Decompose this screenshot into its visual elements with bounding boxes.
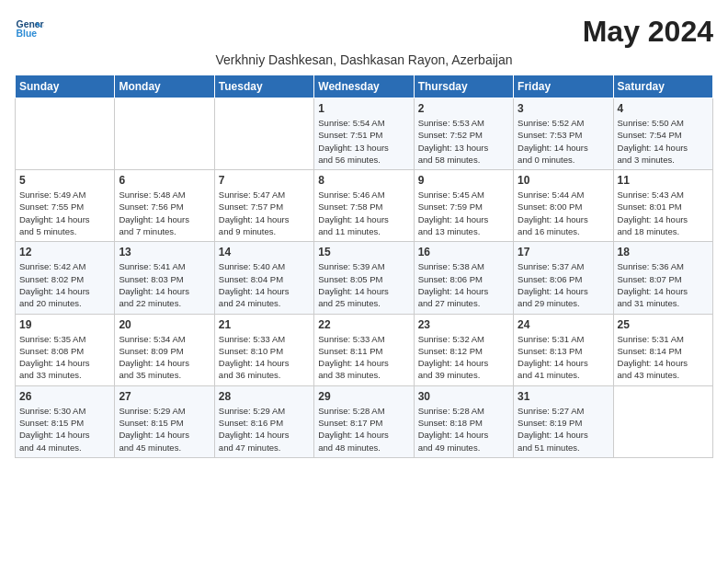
day-number: 7: [219, 174, 310, 187]
day-number: 12: [19, 246, 110, 259]
day-info: Sunrise: 5:28 AMSunset: 8:17 PMDaylight:…: [318, 405, 409, 454]
daylight-text: and 43 minutes.: [618, 370, 680, 380]
sunrise-text: Sunrise: 5:34 AM: [119, 334, 185, 344]
daylight-text: Daylight: 14 hours: [418, 214, 489, 224]
daylight-text: and 45 minutes.: [119, 442, 181, 453]
day-number: 19: [19, 318, 110, 331]
sunrise-text: Sunrise: 5:53 AM: [418, 118, 484, 128]
daylight-text: Daylight: 14 hours: [518, 143, 588, 153]
daylight-text: and 39 minutes.: [418, 370, 481, 380]
sunrise-text: Sunrise: 5:32 AM: [418, 334, 484, 344]
sunrise-text: Sunrise: 5:31 AM: [618, 334, 684, 344]
day-cell: 14Sunrise: 5:40 AMSunset: 8:04 PMDayligh…: [214, 242, 313, 314]
daylight-text: and 20 minutes.: [19, 298, 82, 308]
daylight-text: Daylight: 14 hours: [119, 214, 189, 224]
week-row-1: 1Sunrise: 5:54 AMSunset: 7:51 PMDaylight…: [16, 98, 713, 170]
day-info: Sunrise: 5:47 AMSunset: 7:57 PMDaylight:…: [219, 189, 310, 237]
day-number: 27: [119, 390, 210, 403]
daylight-text: and 49 minutes.: [418, 442, 481, 453]
daylight-text: and 48 minutes.: [318, 442, 381, 453]
daylight-text: Daylight: 14 hours: [318, 358, 389, 368]
daylight-text: and 11 minutes.: [318, 226, 381, 236]
day-info: Sunrise: 5:38 AMSunset: 8:06 PMDaylight:…: [418, 260, 509, 309]
day-number: 25: [618, 318, 709, 331]
day-number: 2: [418, 102, 509, 115]
day-cell: 7Sunrise: 5:47 AMSunset: 7:57 PMDaylight…: [214, 170, 313, 242]
day-info: Sunrise: 5:42 AMSunset: 8:02 PMDaylight:…: [19, 260, 110, 309]
daylight-text: and 22 minutes.: [119, 298, 181, 308]
day-cell: [214, 98, 313, 170]
sunrise-text: Sunrise: 5:50 AM: [618, 118, 684, 128]
day-cell: 20Sunrise: 5:34 AMSunset: 8:09 PMDayligh…: [115, 314, 214, 385]
daylight-text: and 31 minutes.: [618, 298, 680, 308]
daylight-text: Daylight: 14 hours: [219, 286, 290, 296]
day-info: Sunrise: 5:40 AMSunset: 8:04 PMDaylight:…: [219, 260, 310, 309]
day-info: Sunrise: 5:29 AMSunset: 8:15 PMDaylight:…: [119, 405, 210, 454]
day-cell: [16, 98, 115, 170]
daylight-text: and 47 minutes.: [219, 442, 281, 453]
day-number: 24: [518, 318, 609, 331]
daylight-text: Daylight: 14 hours: [219, 214, 290, 224]
day-info: Sunrise: 5:27 AMSunset: 8:19 PMDaylight:…: [518, 405, 609, 454]
day-info: Sunrise: 5:37 AMSunset: 8:06 PMDaylight:…: [518, 260, 609, 309]
logo: General Blue: [15, 15, 44, 44]
day-info: Sunrise: 5:34 AMSunset: 8:09 PMDaylight:…: [119, 333, 210, 382]
day-info: Sunrise: 5:52 AMSunset: 7:53 PMDaylight:…: [518, 117, 609, 166]
sunset-text: Sunset: 8:12 PM: [418, 346, 483, 356]
sunrise-text: Sunrise: 5:44 AM: [518, 190, 584, 200]
weekday-header-row: SundayMondayTuesdayWednesdayThursdayFrid…: [16, 75, 713, 98]
day-number: 18: [618, 246, 709, 259]
day-number: 15: [318, 246, 409, 259]
sunrise-text: Sunrise: 5:28 AM: [418, 406, 484, 416]
day-cell: 6Sunrise: 5:48 AMSunset: 7:56 PMDaylight…: [115, 170, 214, 242]
daylight-text: and 16 minutes.: [518, 226, 580, 236]
day-cell: 3Sunrise: 5:52 AMSunset: 7:53 PMDaylight…: [514, 98, 613, 170]
sunset-text: Sunset: 8:16 PM: [219, 418, 283, 428]
sunset-text: Sunset: 8:00 PM: [518, 201, 582, 212]
daylight-text: Daylight: 14 hours: [119, 430, 189, 440]
daylight-text: Daylight: 14 hours: [318, 430, 389, 440]
sunrise-text: Sunrise: 5:28 AM: [318, 406, 384, 416]
week-row-4: 19Sunrise: 5:35 AMSunset: 8:08 PMDayligh…: [16, 314, 713, 385]
sunset-text: Sunset: 8:09 PM: [119, 346, 183, 356]
day-info: Sunrise: 5:30 AMSunset: 8:15 PMDaylight:…: [19, 405, 110, 454]
day-cell: 11Sunrise: 5:43 AMSunset: 8:01 PMDayligh…: [613, 170, 712, 242]
day-cell: [613, 385, 712, 457]
daylight-text: Daylight: 14 hours: [418, 286, 489, 296]
sunrise-text: Sunrise: 5:29 AM: [219, 406, 285, 416]
weekday-thursday: Thursday: [414, 75, 513, 98]
daylight-text: and 27 minutes.: [418, 298, 481, 308]
sunrise-text: Sunrise: 5:54 AM: [318, 118, 384, 128]
day-number: 31: [518, 390, 609, 403]
daylight-text: and 44 minutes.: [19, 442, 82, 453]
sunrise-text: Sunrise: 5:30 AM: [19, 406, 85, 416]
daylight-text: Daylight: 14 hours: [618, 214, 688, 224]
sunset-text: Sunset: 7:57 PM: [219, 201, 283, 212]
page-header: General Blue May 2024: [15, 15, 713, 49]
day-info: Sunrise: 5:39 AMSunset: 8:05 PMDaylight:…: [318, 260, 409, 309]
day-cell: 29Sunrise: 5:28 AMSunset: 8:17 PMDayligh…: [314, 385, 414, 457]
day-cell: 24Sunrise: 5:31 AMSunset: 8:13 PMDayligh…: [514, 314, 613, 385]
day-cell: 12Sunrise: 5:42 AMSunset: 8:02 PMDayligh…: [16, 242, 115, 314]
sunset-text: Sunset: 8:06 PM: [418, 274, 483, 284]
sunrise-text: Sunrise: 5:38 AM: [418, 261, 484, 271]
day-number: 10: [518, 174, 609, 187]
daylight-text: Daylight: 14 hours: [618, 358, 688, 368]
day-cell: 18Sunrise: 5:36 AMSunset: 8:07 PMDayligh…: [613, 242, 712, 314]
sunrise-text: Sunrise: 5:37 AM: [518, 261, 584, 271]
day-cell: 10Sunrise: 5:44 AMSunset: 8:00 PMDayligh…: [514, 170, 613, 242]
daylight-text: and 35 minutes.: [119, 370, 181, 380]
day-cell: 30Sunrise: 5:28 AMSunset: 8:18 PMDayligh…: [414, 385, 513, 457]
day-cell: 4Sunrise: 5:50 AMSunset: 7:54 PMDaylight…: [613, 98, 712, 170]
sunrise-text: Sunrise: 5:47 AM: [219, 190, 285, 200]
day-number: 13: [119, 246, 210, 259]
daylight-text: and 29 minutes.: [518, 298, 580, 308]
daylight-text: Daylight: 14 hours: [518, 358, 588, 368]
daylight-text: Daylight: 14 hours: [318, 214, 389, 224]
daylight-text: Daylight: 14 hours: [219, 358, 290, 368]
sunset-text: Sunset: 8:15 PM: [119, 418, 183, 428]
day-cell: 2Sunrise: 5:53 AMSunset: 7:52 PMDaylight…: [414, 98, 513, 170]
day-cell: 17Sunrise: 5:37 AMSunset: 8:06 PMDayligh…: [514, 242, 613, 314]
week-row-5: 26Sunrise: 5:30 AMSunset: 8:15 PMDayligh…: [16, 385, 713, 457]
day-cell: 15Sunrise: 5:39 AMSunset: 8:05 PMDayligh…: [314, 242, 414, 314]
